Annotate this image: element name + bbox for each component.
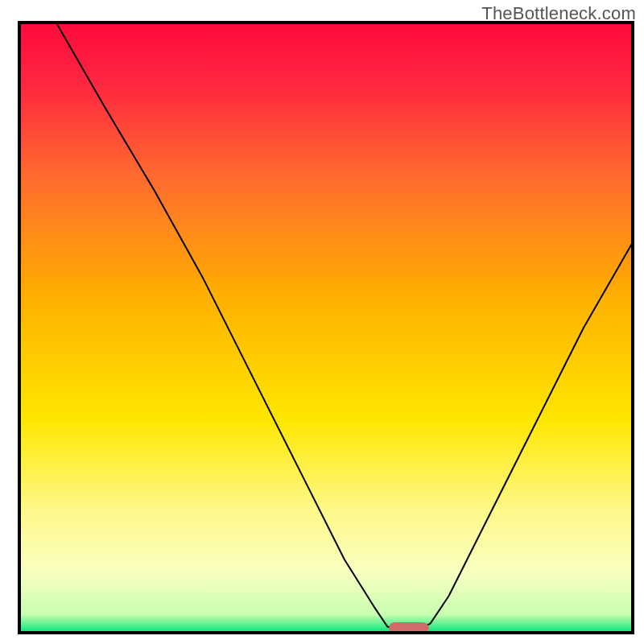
bottleneck-chart — [0, 0, 644, 644]
plot-background — [19, 23, 633, 633]
figure-root: TheBottleneck.com — [0, 0, 644, 644]
watermark-text: TheBottleneck.com — [481, 3, 636, 24]
